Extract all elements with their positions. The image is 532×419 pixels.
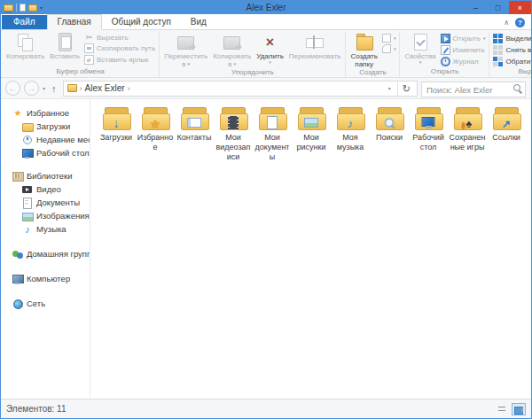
sidebar-item-recent-places[interactable]: Недавние места bbox=[1, 133, 90, 146]
ribbon-group-open: Свойства ▾ Открыть ▾ Изменить bbox=[400, 31, 489, 77]
copy-icon bbox=[15, 33, 36, 52]
content-area: ★ Избранное Загрузки Недавние места Рабо… bbox=[1, 99, 531, 399]
file-item-favorites[interactable]: ★ Избранное bbox=[136, 107, 175, 161]
paste-button[interactable]: Вставить bbox=[47, 31, 82, 60]
qat-customize-chevron-icon[interactable]: ▾ bbox=[40, 5, 43, 11]
film-strip-icon bbox=[228, 116, 239, 129]
properties-button[interactable]: Свойства ▾ bbox=[402, 31, 438, 65]
copy-to-icon bbox=[222, 33, 243, 52]
tab-view[interactable]: Вид bbox=[181, 15, 216, 29]
sidebar-item-desktop[interactable]: Рабочий стол bbox=[1, 146, 90, 159]
clear-selection-icon bbox=[493, 45, 503, 55]
large-icons-view-button[interactable] bbox=[512, 403, 526, 415]
star-icon: ★ bbox=[150, 118, 161, 130]
sidebar-item-libraries[interactable]: Библиотеки bbox=[1, 169, 90, 182]
paste-shortcut-button[interactable]: Вставить ярлык bbox=[82, 54, 157, 66]
tab-home[interactable]: Главная bbox=[47, 14, 102, 30]
video-icon bbox=[22, 184, 33, 195]
favorites-folder-icon: ★ bbox=[141, 107, 170, 130]
easy-access-icon bbox=[382, 44, 391, 53]
file-item-links[interactable]: ↗ Ссылки bbox=[487, 107, 526, 161]
breadcrumb-location[interactable]: Alex Exler bbox=[85, 83, 125, 93]
address-dropdown-chevron-icon[interactable]: ▾ bbox=[385, 85, 395, 91]
contact-card-icon bbox=[187, 118, 201, 128]
sidebar-item-documents[interactable]: Документы bbox=[1, 196, 90, 209]
sidebar-item-downloads[interactable]: Загрузки bbox=[1, 120, 90, 133]
refresh-icon[interactable]: ↻ bbox=[397, 81, 415, 96]
back-button[interactable]: ← bbox=[5, 81, 20, 96]
new-folder-icon[interactable] bbox=[28, 4, 37, 12]
game-spade-icon: ♠ bbox=[466, 118, 472, 129]
copy-path-button[interactable]: Скопировать путь bbox=[82, 43, 157, 54]
search-input[interactable] bbox=[421, 81, 526, 97]
details-view-button[interactable] bbox=[495, 403, 509, 415]
navigation-pane: ★ Избранное Загрузки Недавние места Рабо… bbox=[1, 99, 90, 399]
file-item-desktop[interactable]: Рабочий стол bbox=[409, 107, 448, 161]
move-to-button[interactable]: Переместить в▾ bbox=[161, 31, 210, 68]
sidebar-item-video[interactable]: Видео bbox=[1, 182, 90, 196]
magnifier-icon bbox=[384, 117, 395, 128]
move-to-icon bbox=[176, 33, 197, 52]
file-list: ↓ Загрузки ★ Избранное Контакты Мои виде… bbox=[90, 99, 531, 399]
file-item-my-pictures[interactable]: Мои рисунки bbox=[292, 107, 331, 161]
sidebar-item-favorites[interactable]: ★ Избранное bbox=[1, 106, 90, 120]
cut-button[interactable]: ✂ Вырезать bbox=[82, 33, 157, 43]
address-bar[interactable]: › Alex Exler › ▾ ↻ bbox=[63, 81, 418, 97]
clear-selection-button[interactable]: Снять выделение bbox=[491, 44, 532, 56]
edit-button[interactable]: Изменить bbox=[439, 44, 488, 56]
open-button[interactable]: Открыть ▾ bbox=[439, 33, 488, 44]
history-button[interactable]: Журнал bbox=[439, 56, 488, 67]
computer-icon bbox=[12, 274, 23, 284]
select-all-button[interactable]: Выделить все bbox=[491, 33, 532, 44]
music-note-icon: ♪ bbox=[348, 118, 354, 129]
search-icon[interactable] bbox=[513, 84, 522, 93]
file-item-downloads[interactable]: ↓ Загрузки bbox=[97, 107, 136, 161]
file-item-my-music[interactable]: ♪ Моя музыка bbox=[331, 107, 370, 161]
maximize-button[interactable]: □ bbox=[487, 1, 509, 14]
forward-button[interactable]: → bbox=[24, 81, 39, 96]
delete-button[interactable]: × Удалить ▾ bbox=[254, 31, 286, 65]
rename-button[interactable]: Переименовать bbox=[286, 31, 344, 60]
sidebar-item-pictures[interactable]: Изображения bbox=[1, 209, 90, 222]
forward-arrow-icon: → bbox=[27, 84, 36, 93]
contacts-folder-icon bbox=[180, 107, 209, 130]
close-button[interactable]: × bbox=[509, 1, 531, 14]
new-folder-button[interactable]: Создать папку bbox=[348, 31, 379, 68]
recent-locations-chevron-icon[interactable]: ▾ bbox=[43, 85, 45, 91]
monitor-icon bbox=[22, 148, 33, 159]
monitor-icon bbox=[422, 117, 435, 127]
open-icon bbox=[441, 34, 450, 43]
new-item-button[interactable]: ▾ bbox=[380, 33, 398, 43]
edit-icon bbox=[441, 45, 450, 55]
breadcrumb-separator-icon[interactable]: › bbox=[128, 84, 130, 93]
tab-file[interactable]: Файл bbox=[2, 15, 47, 29]
chevron-down-icon: ▾ bbox=[394, 36, 396, 41]
copy-to-button[interactable]: Копировать в▾ bbox=[210, 31, 254, 68]
link-arrow-icon: ↗ bbox=[502, 119, 511, 129]
invert-selection-button[interactable]: Обратить выделение bbox=[491, 56, 532, 67]
group-label: Открыть bbox=[402, 67, 487, 77]
properties-icon[interactable] bbox=[20, 4, 26, 12]
document-icon bbox=[267, 116, 278, 129]
ribbon-collapse-icon[interactable]: ∧ bbox=[504, 19, 509, 27]
file-item-my-documents[interactable]: Мои документы bbox=[253, 107, 292, 161]
up-button[interactable]: ↑ bbox=[49, 83, 59, 94]
file-item-saved-games[interactable]: ♠ Сохраненные игры bbox=[448, 107, 487, 161]
sidebar-item-network[interactable]: Сеть bbox=[1, 297, 90, 310]
back-arrow-icon: ← bbox=[9, 84, 18, 93]
tab-share[interactable]: Общий доступ bbox=[102, 15, 181, 29]
sidebar-item-computer[interactable]: Компьютер bbox=[1, 272, 90, 285]
copy-button[interactable]: Копировать bbox=[4, 31, 47, 60]
file-item-searches[interactable]: Поиски bbox=[370, 107, 409, 161]
file-item-contacts[interactable]: Контакты bbox=[175, 107, 214, 161]
sidebar-item-music[interactable]: ♪ Музыка bbox=[1, 222, 90, 236]
file-item-my-videos[interactable]: Мои видеозаписи bbox=[214, 107, 253, 161]
separator bbox=[16, 4, 17, 12]
minimize-button[interactable]: – bbox=[465, 1, 487, 14]
sidebar-item-homegroup[interactable]: Домашняя группа bbox=[1, 247, 90, 260]
help-icon[interactable]: ? bbox=[515, 18, 525, 27]
star-icon: ★ bbox=[12, 108, 23, 119]
downloads-folder-icon: ↓ bbox=[102, 107, 131, 130]
easy-access-button[interactable]: ▾ bbox=[380, 43, 398, 54]
properties-icon bbox=[410, 33, 431, 52]
